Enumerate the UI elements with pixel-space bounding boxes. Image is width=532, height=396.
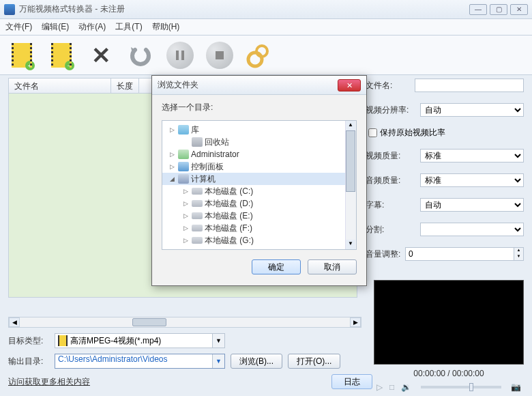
log-button[interactable]: 日志 <box>331 374 372 389</box>
tree-item[interactable]: ▷本地磁盘 (D:) <box>162 197 356 210</box>
tree-item-label: 回收站 <box>205 137 229 148</box>
dialog-title: 浏览文件夹 <box>158 79 338 91</box>
menu-action[interactable]: 动作(A) <box>78 21 106 33</box>
filename-field[interactable] <box>415 79 524 92</box>
disk-icon <box>192 200 203 207</box>
keep-ratio-label: 保持原始视频比率 <box>380 127 445 139</box>
volume-down[interactable]: ▼ <box>514 254 523 260</box>
filename-label: 文件名: <box>366 80 415 91</box>
tree-item[interactable]: ▷Administrator <box>162 148 356 160</box>
add-export-button[interactable]: → <box>48 42 75 69</box>
browse-button[interactable]: 浏览(B)... <box>231 354 282 369</box>
chevron-down-icon: ▼ <box>212 334 224 348</box>
video-quality-label: 视频质量: <box>366 150 420 162</box>
bin-icon <box>192 137 203 147</box>
snapshot-button[interactable]: 📷 <box>511 382 521 392</box>
menu-file[interactable]: 文件(F) <box>5 21 32 33</box>
tree-item-label: 本地磁盘 (D:) <box>205 198 253 210</box>
tree-item[interactable]: ▷本地磁盘 (C:) <box>162 185 356 197</box>
preview-time: 00:00:00 / 00:00:00 <box>374 369 524 378</box>
scroll-right-icon[interactable]: ▶ <box>350 317 361 327</box>
tree-toggle-icon[interactable]: ◢ <box>168 175 176 182</box>
play-button[interactable]: ▷ <box>376 382 383 392</box>
tree-item[interactable]: ▷库 <box>162 124 356 136</box>
x-icon: ✕ <box>91 42 110 69</box>
open-button[interactable]: 打开(O)... <box>288 354 340 369</box>
tree-toggle-icon[interactable]: ▷ <box>181 188 190 195</box>
volume-up[interactable]: ▲ <box>514 248 523 254</box>
col-filename[interactable]: 文件名 <box>9 79 111 93</box>
volume-label: 音量调整: <box>366 249 405 260</box>
close-button[interactable]: ✕ <box>510 4 528 15</box>
resolution-select[interactable]: 自动 <box>420 103 524 117</box>
split-select[interactable] <box>420 223 524 236</box>
svg-rect-0 <box>176 51 179 60</box>
add-file-button[interactable]: + <box>8 42 35 69</box>
tree-item-label: 本地磁盘 (F:) <box>205 223 252 234</box>
menu-help[interactable]: 帮助(H) <box>152 21 180 33</box>
tree-toggle-icon[interactable]: ▷ <box>168 126 176 133</box>
dialog-cancel-button[interactable]: 取消 <box>308 259 357 274</box>
output-dir-value: C:\Users\Administrator\Videos <box>58 354 168 364</box>
tree-toggle-icon[interactable]: ▷ <box>168 163 176 170</box>
volume-field[interactable] <box>405 247 514 261</box>
tree-item-label: 控制面板 <box>191 161 224 173</box>
user-icon <box>178 150 189 159</box>
disk-icon <box>192 212 203 219</box>
output-dir-label: 输出目录: <box>8 356 49 367</box>
toolbar: + → ✕ <box>0 36 532 75</box>
dialog-instruction: 选择一个目录: <box>162 102 357 113</box>
video-quality-select[interactable]: 标准 <box>420 149 524 162</box>
menu-edit[interactable]: 编辑(E) <box>42 21 69 33</box>
preview-video <box>374 280 524 365</box>
pause-button[interactable] <box>166 42 194 69</box>
stop-button[interactable] <box>206 42 233 69</box>
tree-item-label: 库 <box>191 124 199 136</box>
tree-item[interactable]: ▷本地磁盘 (F:) <box>162 222 356 234</box>
scroll-thumb[interactable] <box>132 318 166 326</box>
scroll-left-icon[interactable]: ◀ <box>9 317 20 327</box>
menu-tools[interactable]: 工具(T) <box>115 21 142 33</box>
minimize-button[interactable]: — <box>469 4 487 15</box>
h-scrollbar[interactable]: ◀ ▶ <box>8 317 361 328</box>
tree-item[interactable]: ▷控制面板 <box>162 160 356 173</box>
tree-item[interactable]: 回收站 <box>162 136 356 148</box>
maximize-button[interactable]: ▢ <box>490 4 507 15</box>
tree-item[interactable]: ▷本地磁盘 (G:) <box>162 234 356 246</box>
settings-button[interactable] <box>246 42 273 69</box>
window-title: 万能视频格式转换器 - 未注册 <box>19 3 469 15</box>
stop-preview-button[interactable]: □ <box>389 382 394 392</box>
output-dir-field[interactable]: C:\Users\Administrator\Videos ▼ <box>55 354 225 369</box>
keep-ratio-checkbox[interactable] <box>368 128 377 137</box>
menubar: 文件(F) 编辑(E) 动作(A) 工具(T) 帮助(H) <box>0 19 532 36</box>
dialog-close-button[interactable]: ✕ <box>338 79 361 91</box>
preview-panel: 00:00:00 / 00:00:00 ▷ □ 🔉 📷 <box>374 280 524 392</box>
computer-icon <box>178 174 189 184</box>
tree-item[interactable]: ◢计算机 <box>162 173 356 185</box>
tree-toggle-icon[interactable]: ▷ <box>181 212 190 219</box>
tree-toggle-icon[interactable]: ▷ <box>168 151 176 158</box>
svg-point-4 <box>248 53 262 66</box>
tree-toggle-icon[interactable]: ▷ <box>181 225 190 231</box>
dialog-ok-button[interactable]: 确定 <box>252 259 301 274</box>
col-length[interactable]: 长度 <box>111 79 139 93</box>
resolution-label: 视频分辨率: <box>366 104 420 116</box>
audio-quality-select[interactable]: 标准 <box>420 173 524 187</box>
target-type-label: 目标类型: <box>8 335 49 347</box>
volume-slider[interactable] <box>421 386 501 388</box>
svg-rect-1 <box>181 51 184 60</box>
remove-button[interactable]: ✕ <box>87 42 115 69</box>
tree-toggle-icon[interactable]: ▷ <box>181 200 190 207</box>
disk-icon <box>192 225 203 231</box>
lib-icon <box>178 125 189 135</box>
subtitle-select[interactable]: 自动 <box>420 198 524 212</box>
target-type-value: 高清MPEG-4视频(*.mp4) <box>70 335 161 347</box>
tree-toggle-icon[interactable]: ▷ <box>181 237 190 244</box>
browse-folder-dialog: 浏览文件夹 ✕ 选择一个目录: ▷库回收站▷Administrator▷控制面板… <box>151 75 367 286</box>
undo-button[interactable] <box>127 42 154 69</box>
volume-icon[interactable]: 🔉 <box>401 382 411 392</box>
more-content-link[interactable]: 访问获取更多相关内容 <box>8 376 90 388</box>
target-type-select[interactable]: 高清MPEG-4视频(*.mp4) ▼ <box>55 333 225 348</box>
tree-item[interactable]: ▷本地磁盘 (E:) <box>162 210 356 222</box>
tree-scrollbar[interactable]: ▲ ▼ <box>345 121 356 249</box>
